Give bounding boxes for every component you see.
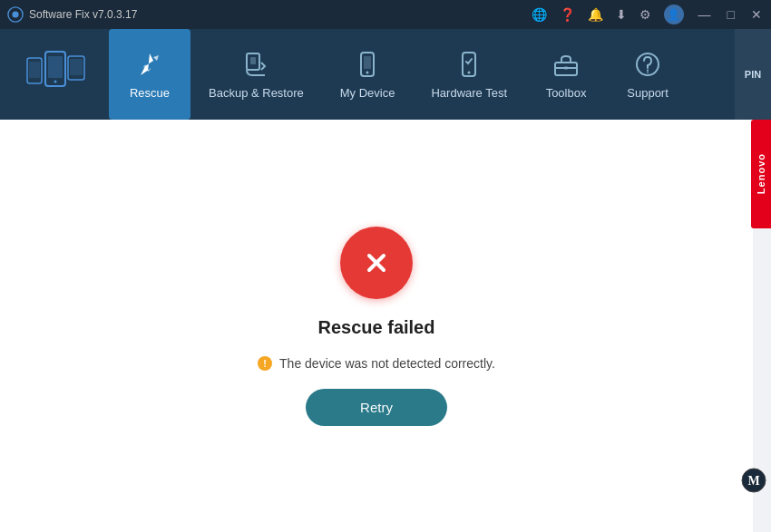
support-icon	[633, 50, 662, 79]
error-icon-circle	[340, 227, 413, 299]
nav-bar: Rescue Backup & Restore My	[0, 29, 771, 120]
svg-rect-10	[250, 57, 256, 64]
svg-point-4	[54, 81, 57, 83]
title-bar-right: 🌐 ❓ 🔔 ⬇ ⚙ 👤 — □ ✕	[532, 5, 764, 24]
nav-item-rescue[interactable]: Rescue	[109, 29, 190, 120]
title-bar: Software Fix v7.0.3.17 🌐 ❓ 🔔 ⬇ ⚙ 👤 — □ ✕	[0, 0, 771, 29]
support-label: Support	[627, 86, 669, 100]
minimize-button[interactable]: —	[697, 7, 713, 22]
warning-dot-icon: !	[258, 356, 272, 371]
rescue-failed-title: Rescue failed	[318, 317, 435, 338]
x-icon	[358, 245, 395, 281]
app-title: Software Fix v7.0.3.17	[29, 8, 137, 21]
svg-rect-6	[29, 62, 40, 78]
toolbox-label: Toolbox	[546, 86, 587, 100]
retry-button[interactable]: Retry	[306, 389, 447, 426]
hardware-test-icon	[454, 50, 483, 79]
svg-text:M: M	[747, 474, 759, 488]
help-icon[interactable]: ❓	[560, 7, 575, 22]
rescue-label: Rescue	[130, 86, 170, 100]
warning-message-text: The device was not detected correctly.	[279, 356, 495, 371]
title-bar-left: Software Fix v7.0.3.17	[7, 6, 137, 23]
app-window: Software Fix v7.0.3.17 🌐 ❓ 🔔 ⬇ ⚙ 👤 — □ ✕	[0, 0, 771, 532]
nav-item-my-device[interactable]: My Device	[322, 29, 414, 120]
svg-rect-12	[364, 56, 371, 69]
motorola-logo: M	[740, 467, 767, 494]
maximize-button[interactable]: □	[726, 7, 737, 22]
close-button[interactable]: ✕	[749, 7, 764, 22]
user-avatar[interactable]: 👤	[664, 5, 684, 24]
bell-icon[interactable]: 🔔	[588, 7, 603, 22]
svg-rect-8	[70, 59, 83, 75]
main-content: Rescue failed ! The device was not detec…	[0, 120, 753, 532]
nav-items: Rescue Backup & Restore My	[109, 29, 735, 120]
svg-rect-18	[564, 66, 568, 70]
my-device-icon	[353, 50, 382, 79]
app-logo-icon	[7, 6, 24, 23]
download-icon[interactable]: ⬇	[616, 7, 627, 22]
warning-message-row: ! The device was not detected correctly.	[258, 356, 495, 371]
svg-point-13	[366, 71, 369, 73]
backup-restore-label: Backup & Restore	[209, 86, 304, 100]
nav-item-toolbox[interactable]: Toolbox	[525, 29, 607, 120]
toolbox-icon	[551, 50, 581, 79]
nav-item-support[interactable]: Support	[607, 29, 688, 120]
svg-point-20	[647, 69, 649, 71]
globe-icon[interactable]: 🌐	[532, 7, 547, 22]
svg-rect-3	[48, 56, 63, 78]
settings-icon[interactable]: ⚙	[639, 7, 651, 22]
nav-item-backup-restore[interactable]: Backup & Restore	[190, 29, 322, 120]
svg-point-1	[12, 11, 18, 17]
motorola-icon: M	[740, 467, 767, 494]
rescue-icon	[135, 50, 164, 79]
svg-point-15	[468, 71, 471, 73]
hardware-test-label: Hardware Test	[431, 86, 507, 100]
backup-icon	[241, 50, 270, 79]
pin-button[interactable]: PIN	[735, 29, 771, 120]
nav-item-hardware-test[interactable]: Hardware Test	[413, 29, 525, 120]
app-nav-logo	[0, 29, 109, 120]
my-device-label: My Device	[340, 86, 395, 100]
lenovo-label: Lenovo	[756, 153, 766, 194]
devices-icon	[18, 47, 91, 102]
lenovo-sidebar[interactable]: Lenovo	[751, 120, 771, 228]
